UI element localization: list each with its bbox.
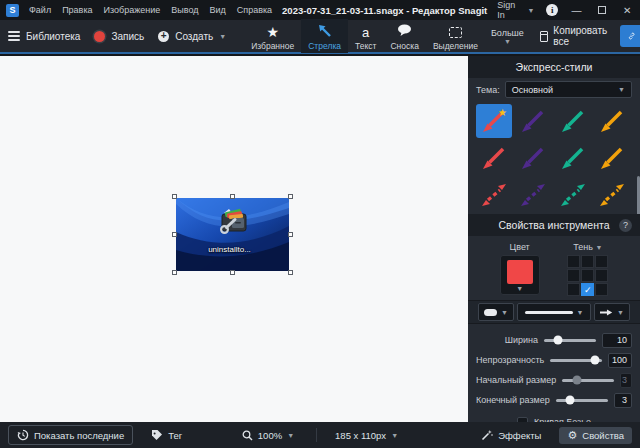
slider-track[interactable]: [550, 359, 602, 362]
slider-value[interactable]: 3: [620, 373, 632, 388]
slider-value[interactable]: 3: [614, 393, 632, 408]
resize-handle-s[interactable]: [230, 270, 235, 275]
quick-styles-panel: Экспресс-стили Тема: Основной ▼ ★ Свойст…: [468, 56, 640, 422]
chevron-down-icon: ▼: [504, 38, 511, 45]
color-label: Цвет: [510, 242, 530, 252]
resize-handle-w[interactable]: [172, 232, 177, 237]
tool-selection[interactable]: Выделение: [426, 19, 485, 53]
slider-value[interactable]: 100: [608, 353, 632, 368]
zoom-control[interactable]: 100% ▼: [234, 427, 302, 444]
title-bar: S ФайлПравкаИзображениеВыводВидСправка 2…: [0, 0, 640, 20]
menu-item-5[interactable]: Справка: [237, 5, 272, 15]
arrow-style-tile-8[interactable]: [476, 178, 512, 212]
magnifier-icon: [242, 430, 253, 441]
slider-row-0: Ширина10: [476, 330, 632, 350]
shadow-cell-5[interactable]: [595, 269, 608, 282]
maximize-button[interactable]: [595, 5, 608, 16]
info-icon[interactable]: i: [546, 4, 557, 16]
library-button[interactable]: Библиотека: [8, 31, 80, 42]
arrow-style-tile-1[interactable]: [515, 104, 551, 138]
slider-thumb[interactable]: [553, 336, 562, 345]
resize-handle-nw[interactable]: [172, 194, 177, 199]
shadow-cell-3[interactable]: [567, 269, 580, 282]
tool-arrow[interactable]: Стрелка: [301, 19, 348, 53]
shadow-cell-1[interactable]: [581, 255, 594, 268]
arrow-style-tile-3[interactable]: [594, 104, 630, 138]
shadow-direction-grid: ✓: [567, 255, 608, 296]
resize-handle-sw[interactable]: [172, 270, 177, 275]
arrow-start-style-dropdown[interactable]: ▼: [478, 303, 514, 321]
shadow-cell-7[interactable]: ✓: [581, 283, 594, 296]
menu-item-1[interactable]: Правка: [62, 5, 92, 15]
close-button[interactable]: ✕: [621, 5, 634, 16]
arrow-style-tile-7[interactable]: [594, 141, 630, 175]
snagit-logo-icon: S: [6, 4, 19, 17]
arrow-style-tile-2[interactable]: [555, 104, 591, 138]
editor-canvas[interactable]: uninstallto...: [0, 56, 468, 422]
arrow-style-tile-5[interactable]: [515, 141, 551, 175]
share-link-button[interactable]: Поделиться ссылкой ▼: [620, 25, 640, 47]
color-picker[interactable]: ▼: [500, 255, 540, 295]
arrow-style-tile-9[interactable]: [515, 178, 551, 212]
tool-callout[interactable]: Сноска: [383, 19, 425, 53]
shadow-cell-8[interactable]: [595, 283, 608, 296]
arrow-style-tile-6[interactable]: [555, 141, 591, 175]
shadow-cell-0[interactable]: [567, 255, 580, 268]
slider-thumb[interactable]: [572, 376, 581, 385]
create-button[interactable]: + Создать ▼: [158, 31, 226, 42]
menu-item-4[interactable]: Вид: [209, 5, 225, 15]
selected-image[interactable]: uninstallto...: [176, 198, 289, 271]
line-style-dropdown[interactable]: ▼: [517, 303, 591, 321]
resize-handle-ne[interactable]: [288, 194, 293, 199]
chevron-down-icon: ▼: [516, 285, 523, 292]
arrow-style-tile-11[interactable]: [594, 178, 630, 212]
chevron-down-icon: ▼: [391, 432, 398, 439]
copy-all-button[interactable]: Копировать все: [540, 25, 610, 47]
star-icon: ★: [266, 24, 279, 40]
plus-icon: +: [158, 31, 169, 42]
sign-in-button[interactable]: Sign In ▼: [497, 0, 534, 20]
more-tools-button[interactable]: Больше ▼: [491, 28, 524, 45]
slider-thumb[interactable]: [566, 396, 575, 405]
slider-track[interactable]: [562, 379, 614, 382]
menu-item-3[interactable]: Вывод: [171, 5, 198, 15]
magic-wand-icon: [481, 429, 493, 441]
slider-value[interactable]: 10: [602, 333, 632, 348]
minimize-button[interactable]: —: [570, 5, 583, 16]
resize-handle-n[interactable]: [230, 194, 235, 199]
arrow-style-tile-0[interactable]: ★: [476, 104, 512, 138]
properties-button[interactable]: ⚙ Свойства: [559, 427, 632, 444]
chevron-down-icon: ▼: [577, 309, 584, 316]
arrow-style-tile-10[interactable]: [555, 178, 591, 212]
resize-handle-e[interactable]: [288, 232, 293, 237]
svg-text:★: ★: [498, 107, 507, 118]
shadow-cell-2[interactable]: [595, 255, 608, 268]
tool-text[interactable]: aТекст: [348, 19, 383, 53]
record-icon: [94, 31, 105, 42]
theme-dropdown[interactable]: Основной ▼: [505, 81, 632, 98]
shadow-cell-4[interactable]: [581, 269, 594, 282]
chevron-down-icon: ▼: [617, 309, 624, 316]
theme-label: Тема:: [476, 85, 500, 95]
gear-icon: ⚙: [567, 430, 577, 441]
arrow-style-tile-4[interactable]: [476, 141, 512, 175]
help-icon[interactable]: ?: [619, 219, 632, 232]
canvas-size-control[interactable]: 185 x 110px ▼: [327, 427, 406, 444]
shadow-cell-6[interactable]: [567, 283, 580, 296]
record-button[interactable]: Запись: [94, 31, 144, 42]
slider-track[interactable]: [544, 339, 596, 342]
effects-button[interactable]: Эффекты: [473, 426, 549, 444]
slider-thumb[interactable]: [591, 356, 600, 365]
menu-item-2[interactable]: Изображение: [104, 5, 161, 15]
toolbar: Библиотека Запись + Создать ▼ ★Избранное…: [0, 20, 640, 54]
tag-button[interactable]: Тег: [143, 426, 190, 444]
slider-row-3: Конечный размер3: [476, 390, 632, 410]
menu-item-0[interactable]: Файл: [29, 5, 51, 15]
status-bar: Показать последние Тег 100% ▼ 185 x 110p…: [0, 422, 640, 448]
resize-handle-se[interactable]: [288, 270, 293, 275]
arrow-end-style-dropdown[interactable]: ▼: [594, 303, 630, 321]
show-recent-button[interactable]: Показать последние: [8, 425, 133, 445]
slider-track[interactable]: [556, 399, 608, 402]
tool-star[interactable]: ★Избранное: [244, 19, 301, 53]
hamburger-icon: [8, 31, 20, 41]
